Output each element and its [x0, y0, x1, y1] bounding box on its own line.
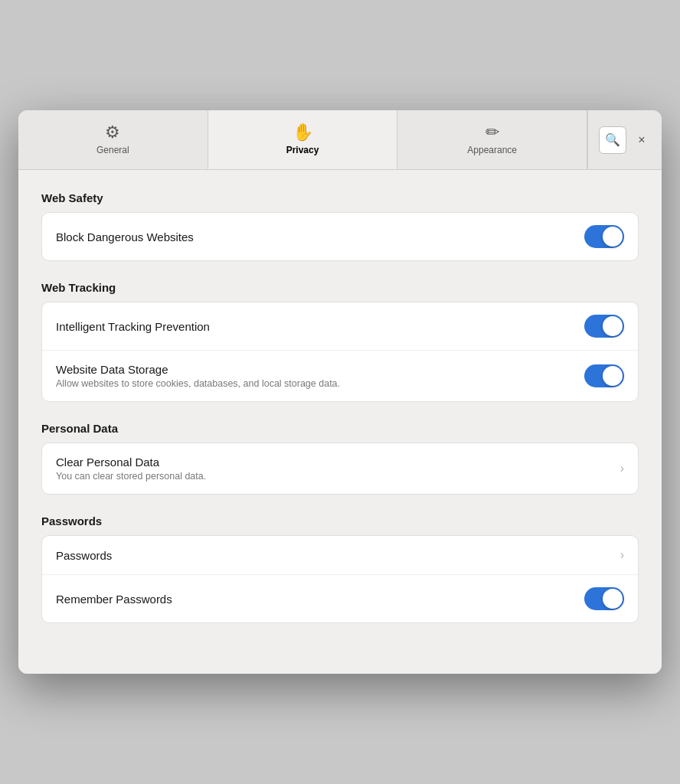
block-dangerous-row: Block Dangerous Websites: [42, 213, 638, 260]
section-passwords-title: Passwords: [41, 514, 639, 528]
close-button[interactable]: ×: [633, 131, 651, 149]
clear-personal-data-chevron: ›: [620, 462, 624, 475]
passwords-chevron: ›: [620, 548, 624, 562]
passwords-label: Passwords: [56, 549, 620, 562]
block-dangerous-text: Block Dangerous Websites: [56, 230, 584, 243]
web-tracking-card: Intelligent Tracking Prevention Website …: [41, 302, 639, 402]
section-web-safety: Web Safety Block Dangerous Websites: [41, 191, 639, 261]
clear-personal-data-row[interactable]: Clear Personal Data You can clear stored…: [42, 443, 638, 494]
website-data-storage-label: Website Data Storage: [56, 363, 584, 376]
passwords-row[interactable]: Passwords ›: [42, 536, 638, 575]
intelligent-tracking-text: Intelligent Tracking Prevention: [56, 320, 584, 333]
clear-personal-data-sublabel: You can clear stored personal data.: [56, 471, 620, 482]
block-dangerous-label: Block Dangerous Websites: [56, 230, 584, 243]
section-passwords: Passwords Passwords › Remember Passwords: [41, 514, 639, 623]
clear-personal-data-label: Clear Personal Data: [56, 456, 620, 469]
website-data-storage-toggle[interactable]: [584, 364, 624, 387]
tab-privacy[interactable]: ✋ Privacy: [208, 110, 398, 169]
intelligent-tracking-label: Intelligent Tracking Prevention: [56, 320, 584, 333]
toolbar-actions: 🔍 ×: [587, 110, 662, 169]
website-data-storage-sublabel: Allow websites to store cookies, databas…: [56, 378, 584, 389]
clear-personal-data-text: Clear Personal Data You can clear stored…: [56, 456, 620, 482]
passwords-text: Passwords: [56, 549, 620, 562]
remember-passwords-label: Remember Passwords: [56, 593, 584, 606]
remember-passwords-toggle[interactable]: [584, 587, 624, 610]
section-web-safety-title: Web Safety: [41, 191, 639, 204]
web-safety-card: Block Dangerous Websites: [41, 212, 639, 261]
remember-passwords-text: Remember Passwords: [56, 593, 584, 606]
intelligent-tracking-toggle[interactable]: [584, 315, 624, 338]
search-icon: 🔍: [605, 132, 620, 147]
intelligent-tracking-row: Intelligent Tracking Prevention: [42, 302, 638, 351]
content-area: Web Safety Block Dangerous Websites Web …: [18, 170, 662, 674]
tab-privacy-label: Privacy: [286, 145, 319, 155]
section-personal-data-title: Personal Data: [41, 422, 639, 435]
tab-general-label: General: [96, 145, 129, 155]
appearance-icon: ✏: [485, 124, 499, 141]
section-web-tracking: Web Tracking Intelligent Tracking Preven…: [41, 281, 639, 402]
website-data-storage-text: Website Data Storage Allow websites to s…: [56, 363, 584, 389]
personal-data-card: Clear Personal Data You can clear stored…: [41, 443, 639, 495]
section-web-tracking-title: Web Tracking: [41, 281, 639, 294]
block-dangerous-toggle[interactable]: [584, 225, 624, 248]
general-icon: ⚙: [105, 124, 120, 141]
remember-passwords-row: Remember Passwords: [42, 575, 638, 622]
search-button[interactable]: 🔍: [599, 126, 626, 154]
tab-general[interactable]: ⚙ General: [18, 110, 208, 169]
tab-appearance-label: Appearance: [467, 145, 517, 155]
website-data-storage-row: Website Data Storage Allow websites to s…: [42, 351, 638, 401]
passwords-card: Passwords › Remember Passwords: [41, 535, 639, 623]
section-personal-data: Personal Data Clear Personal Data You ca…: [41, 422, 639, 495]
privacy-icon: ✋: [293, 124, 313, 141]
toolbar: ⚙ General ✋ Privacy ✏ Appearance 🔍 ×: [18, 110, 662, 170]
settings-window: ⚙ General ✋ Privacy ✏ Appearance 🔍 × Web…: [18, 110, 662, 674]
tab-appearance[interactable]: ✏ Appearance: [397, 110, 587, 169]
